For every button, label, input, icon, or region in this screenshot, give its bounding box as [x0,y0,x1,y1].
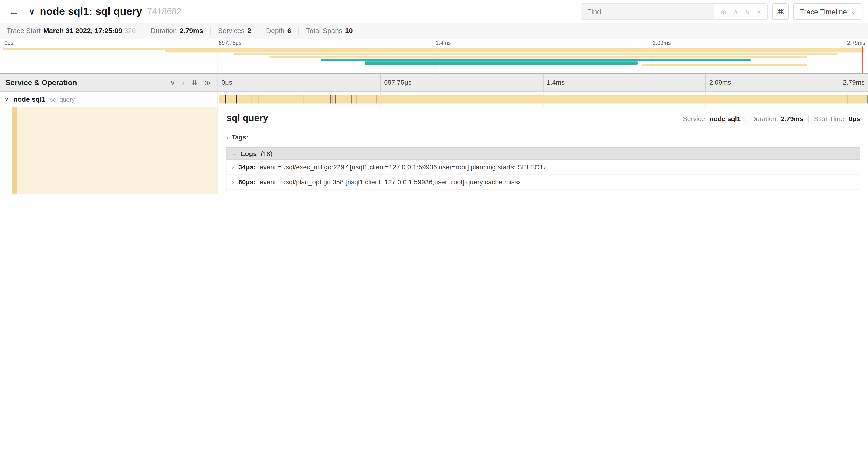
minimap-tick-label: 2.09ms [653,40,671,46]
timeline-tick-label: 2.79ms [843,78,865,86]
detail-left-gutter [0,107,12,194]
detail-operation-title: sql query [226,113,268,124]
span-service-name: node sql1 [13,95,45,103]
log-timestamp: 142μs: [239,193,259,194]
find-target-icon[interactable]: ⊕ [720,7,726,16]
timeline-tick-label: 697.75μs [384,78,412,86]
detail-meta-item: Start Time: 0μs [808,115,860,123]
summary-item: Depth 6 [258,27,291,35]
log-event-tick [333,95,333,104]
find-next-icon[interactable]: ∨ [745,7,750,16]
span-detail-area: sql query Service: node sql1 Duration: 2… [0,107,868,194]
log-event-tick [262,95,262,104]
trace-timeline-page: ← ∨ node sql1: sql query 7418682 ⊕ ∧ ∨ ×… [0,0,868,194]
minimap-span [165,51,865,53]
span-duration-bar[interactable] [219,95,867,104]
minimap-viewport-handle[interactable] [4,46,4,73]
minimap-cursor-line [862,46,863,73]
keyboard-shortcuts-button[interactable]: ⌘ [772,3,789,20]
find-clear-icon[interactable]: × [757,7,761,16]
expand-all-icon[interactable]: ≫ [205,79,211,87]
log-event-tick [352,95,352,104]
collapse-one-icon[interactable]: ∨ [170,79,175,87]
chevron-right-icon: › [226,134,228,140]
span-detail-panel: sql query Service: node sql1 Duration: 2… [217,107,868,194]
trace-id: 7418682 [147,6,182,17]
minimap-tick-label: 1.4ms [436,40,451,46]
trace-minimap: 0μs 697.75μs 1.4ms 2.09ms 2.79ms [0,39,868,74]
page-title: node sql1: sql query [40,6,142,18]
log-event-tick [867,95,867,104]
view-options-dropdown[interactable]: Trace Timeline ⌄ [793,3,863,20]
span-collapse-caret-icon[interactable]: ∨ [4,96,9,103]
detail-meta-value: node sql1 [710,115,741,123]
detail-meta-value: 0μs [849,115,860,123]
trace-summary-bar: Trace Start March 31 2022, 17:25:09.326 … [0,23,868,39]
chevron-right-icon: › [232,179,234,185]
summary-value: March 31 2022, 17:25:09 [43,27,122,35]
log-row[interactable]: › 34μs: event = ‹sql/exec_util.go:2297 [… [227,160,860,175]
log-event-tick [225,95,226,104]
timeline-tick-label: 1.4ms [547,78,565,86]
find-prev-icon[interactable]: ∧ [733,7,739,16]
log-message: event = ‹sql/plan_opt.go:358 [nsql1,clie… [260,178,520,186]
minimap-span [234,53,837,55]
log-row[interactable]: › 80μs: event = ‹sql/plan_opt.go:358 [ns… [227,175,860,190]
summary-item: Duration 2.79ms [143,27,203,35]
service-operation-header: Service & Operation [6,78,77,87]
top-bar-actions: ⊕ ∧ ∨ × ⌘ Trace Timeline ⌄ [581,3,862,20]
log-row[interactable]: › 142μs: event = ‹sql/catalog/lease/desc… [227,190,860,194]
summary-value-suffix: .326 [122,27,136,35]
logs-count: (18) [260,150,273,157]
log-event-tick [303,95,303,104]
log-list: › 34μs: event = ‹sql/exec_util.go:2297 [… [226,160,860,194]
minimap-canvas[interactable] [0,46,868,73]
summary-label: Total Spans [306,27,342,35]
find-input[interactable] [582,4,714,19]
view-options-label: Trace Timeline [800,7,847,16]
log-event-tick [845,95,845,104]
span-row-name-cell[interactable]: ∨ node sql1 sql query [0,92,217,107]
minimap-tick-label: 2.79ms [847,40,865,46]
log-event-tick [847,95,848,104]
log-event-tick [376,95,376,104]
span-row: ∨ node sql1 sql query [0,92,868,107]
logs-title: Logs [241,150,257,157]
summary-label: Duration [151,27,177,35]
summary-label: Trace Start [6,27,40,35]
detail-meta: Service: node sql1 Duration: 2.79ms Star… [683,115,860,123]
detail-meta-label: Start Time: [814,115,846,123]
log-event-tick [265,95,265,104]
tags-toggle[interactable]: › Tags: [226,134,248,140]
collapse-all-icon[interactable]: ⇊ [192,79,197,87]
timeline-tick-label: 0μs [221,78,232,86]
expand-one-icon[interactable]: › [182,79,184,87]
detail-meta-label: Service: [683,115,707,123]
minimap-span [3,47,865,50]
detail-meta-item: Service: node sql1 [683,115,741,123]
detail-left-column [0,107,217,194]
log-event-tick [325,95,325,104]
chevron-down-icon: ⌄ [851,8,856,15]
summary-value: 10 [345,27,353,35]
log-message: event = ‹sql/catalog/lease/descriptor_ve… [264,193,837,194]
chevron-down-icon: ⌄ [232,150,237,157]
log-event-tick [357,95,357,104]
trace-collapse-caret-icon[interactable]: ∨ [29,6,35,17]
minimap-span [269,56,807,58]
minimap-span [321,59,751,61]
timeline-header-row: Service & Operation ∨ › ⇊ ≫ 0μs 697.75μs… [0,74,868,92]
logs-section-toggle[interactable]: ⌄ Logs (18) [226,147,860,160]
timeline-gridline [380,74,380,91]
log-event-tick [236,95,237,104]
find-controls: ⊕ ∧ ∨ × [714,7,768,16]
top-bar: ← ∨ node sql1: sql query 7418682 ⊕ ∧ ∨ ×… [0,0,868,23]
detail-meta-value: 2.79ms [781,115,803,123]
timeline-tick-label: 2.09ms [709,78,731,86]
log-event-tick [331,95,331,104]
summary-label: Depth [266,27,284,35]
span-detail-card: sql query Service: node sql1 Duration: 2… [217,107,868,194]
log-event-tick [251,95,251,104]
back-icon[interactable]: ← [6,6,22,18]
timeline-left-header: Service & Operation ∨ › ⇊ ≫ [0,74,217,91]
